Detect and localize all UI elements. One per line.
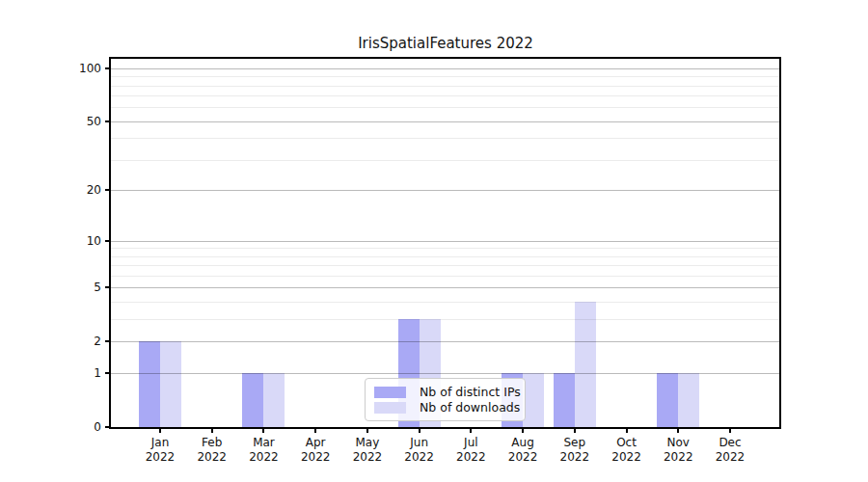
x-tick-label: Mar 2022 xyxy=(234,436,292,465)
x-tick-label: Nov 2022 xyxy=(649,436,707,465)
plot-area: Nb of distinct IPs Nb of downloads xyxy=(109,57,781,429)
x-tick-label: Jul 2022 xyxy=(442,436,500,465)
y-tick-label: 100 xyxy=(43,62,101,75)
x-tick xyxy=(470,429,472,433)
gridline-major xyxy=(111,190,779,191)
legend-swatch-distinct-ips xyxy=(374,387,406,398)
x-tick xyxy=(574,429,576,433)
y-tick xyxy=(105,286,109,288)
y-tick-label: 20 xyxy=(43,183,101,197)
gridline-minor xyxy=(111,319,779,320)
x-tick-label: Aug 2022 xyxy=(494,436,552,465)
gridline-major xyxy=(111,241,779,242)
x-tick-label: Oct 2022 xyxy=(598,436,656,465)
x-tick-label: Jan 2022 xyxy=(131,436,189,465)
legend-item-downloads: Nb of downloads xyxy=(374,400,516,415)
gridline-minor xyxy=(111,76,779,77)
legend-label-downloads: Nb of downloads xyxy=(420,400,520,415)
bar-downloads xyxy=(678,373,699,427)
y-tick xyxy=(105,340,109,342)
y-tick xyxy=(105,240,109,242)
y-tick xyxy=(105,426,109,428)
y-tick-label: 10 xyxy=(43,234,101,248)
x-tick-label: May 2022 xyxy=(339,436,396,465)
y-tick-label: 50 xyxy=(43,115,101,128)
y-tick-label: 5 xyxy=(43,281,101,294)
y-tick-label: 1 xyxy=(43,366,101,380)
y-tick xyxy=(105,120,109,122)
x-tick xyxy=(262,429,264,433)
gridline-major xyxy=(111,287,779,288)
y-tick xyxy=(105,372,109,374)
bar-downloads xyxy=(523,373,544,427)
gridline-minor xyxy=(111,95,779,96)
bar-distinct-ips xyxy=(139,341,160,427)
x-tick-label: Feb 2022 xyxy=(183,436,241,465)
gridline-minor xyxy=(111,256,779,257)
x-tick-label: Dec 2022 xyxy=(701,436,759,465)
gridline-minor xyxy=(111,248,779,249)
gridline-minor xyxy=(111,138,779,139)
x-tick xyxy=(314,429,316,433)
x-tick xyxy=(419,429,420,433)
y-tick-label: 0 xyxy=(43,420,101,434)
gridline-minor xyxy=(111,160,779,161)
legend-label-distinct-ips: Nb of distinct IPs xyxy=(420,385,521,399)
bar-downloads xyxy=(263,373,285,427)
bar-distinct-ips xyxy=(554,373,575,427)
x-tick xyxy=(677,429,679,433)
gridline-major xyxy=(111,341,779,342)
gridline-minor xyxy=(111,302,779,303)
x-tick-label: Sep 2022 xyxy=(546,436,604,465)
legend-swatch-downloads xyxy=(374,402,406,414)
x-tick xyxy=(211,429,213,433)
bar-downloads xyxy=(575,302,596,427)
y-tick xyxy=(105,67,109,69)
gridline-minor xyxy=(111,265,779,266)
gridline-minor xyxy=(111,107,779,108)
gridline-minor xyxy=(111,86,779,87)
y-tick-label: 2 xyxy=(43,335,101,348)
chart-title: IrisSpatialFeatures 2022 xyxy=(358,35,533,52)
bar-distinct-ips xyxy=(657,373,678,427)
bar-distinct-ips xyxy=(242,373,263,427)
gridline-major xyxy=(111,121,779,122)
bar-downloads xyxy=(160,341,181,427)
gridline-minor xyxy=(111,276,779,277)
legend-item-distinct-ips: Nb of distinct IPs xyxy=(374,385,516,399)
legend: Nb of distinct IPs Nb of downloads xyxy=(365,378,526,421)
x-tick xyxy=(159,429,161,433)
gridline-major xyxy=(111,373,779,374)
y-tick xyxy=(105,189,109,191)
x-tick xyxy=(729,429,731,433)
x-tick xyxy=(626,429,628,433)
x-tick-label: Apr 2022 xyxy=(286,436,344,465)
x-tick xyxy=(366,429,368,433)
plot-inner xyxy=(111,59,779,427)
x-tick xyxy=(522,429,524,433)
x-tick-label: Jun 2022 xyxy=(391,436,448,465)
gridline-major xyxy=(111,68,779,69)
chart-figure: IrisSpatialFeatures 2022 Nb of distinct … xyxy=(0,0,868,482)
